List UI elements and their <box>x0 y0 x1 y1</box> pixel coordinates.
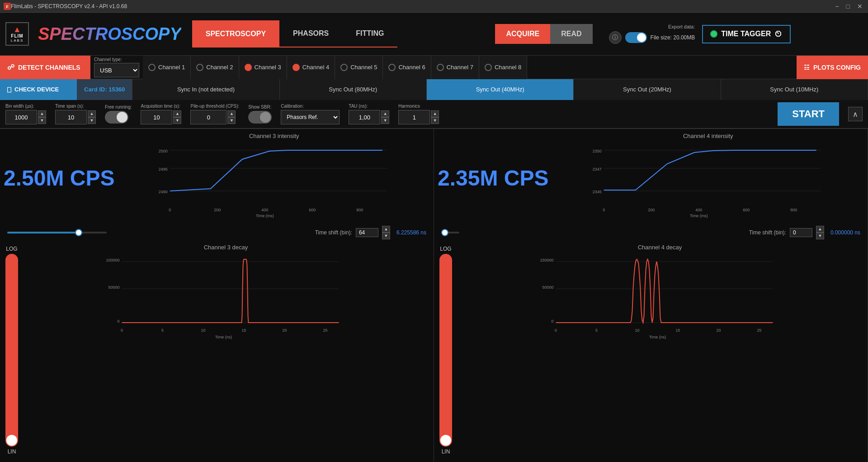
channel-7-button[interactable]: Channel 7 <box>431 56 479 79</box>
ch3-time-shift-input[interactable] <box>356 228 378 237</box>
channel-7-label: Channel 7 <box>447 64 473 71</box>
export-label: Export data: <box>668 24 695 29</box>
ch4-decay-y-0: 0 <box>551 319 553 324</box>
acquisition-time-input[interactable] <box>141 110 172 124</box>
channel-4-label: Channel 4 <box>302 64 329 71</box>
pile-up-down[interactable]: ▼ <box>227 117 236 124</box>
time-span-control: Time span (s): ▲ ▼ <box>55 104 96 124</box>
ch4-lin-label: LIN <box>442 448 450 455</box>
ch4-time-shift-input[interactable] <box>790 228 812 237</box>
channel-4-radio <box>292 64 300 71</box>
ch4-decay-chart: Channel 4 decay Photon counts 150000 500… <box>456 242 864 458</box>
ch4-decay-y-150k: 150000 <box>540 258 553 262</box>
ch3-decay-title: Channel 3 decay <box>22 244 430 251</box>
channel-7-radio <box>437 64 444 71</box>
channel-2-button[interactable]: Channel 2 <box>191 56 239 79</box>
ch3-y-tick-2495: 2495 <box>159 167 168 171</box>
bin-width-up[interactable]: ▲ <box>38 110 46 117</box>
sync-out-20-button[interactable]: Sync Out (20MHz) <box>574 79 721 100</box>
check-device-button[interactable]: ⎕ CHECK DEVICE <box>0 79 77 100</box>
channel-6-button[interactable]: Channel 6 <box>383 56 431 79</box>
ch3-log-toggle-button[interactable] <box>5 254 18 447</box>
detect-channels-button[interactable]: ☍ DETECT CHANNELS <box>0 56 90 79</box>
ch3-x-tick-400: 400 <box>262 208 269 212</box>
channel-4-button[interactable]: Channel 4 <box>287 56 335 79</box>
ch3-decay-x-label: Time (ns) <box>215 335 232 339</box>
ch3-ts-up[interactable]: ▲ <box>382 226 390 233</box>
ch3-ts-down[interactable]: ▼ <box>382 233 390 239</box>
minimize-button[interactable]: − <box>833 3 840 10</box>
ch4-slider-thumb[interactable] <box>441 229 448 236</box>
read-button[interactable]: READ <box>550 24 592 44</box>
titlebar-text: FlimLabs - SPECTROSCOPY v2.4 - API v1.0.… <box>11 3 127 10</box>
sync-out-40-button[interactable]: Sync Out (40MHz) <box>427 79 574 100</box>
maximize-button[interactable]: □ <box>844 3 852 10</box>
tau-up[interactable]: ▲ <box>381 110 389 117</box>
harmonics-spinners: ▲ ▼ <box>431 110 439 124</box>
pile-up-input[interactable] <box>190 110 226 124</box>
plots-config-button[interactable]: ☷ PLOTS CONFIG <box>797 56 868 79</box>
toggle-knob <box>637 33 646 42</box>
close-button[interactable]: ✕ <box>855 3 864 10</box>
tab-fitting[interactable]: FITTING <box>342 20 397 48</box>
ch3-cps-display: 2.50M CPS <box>4 133 114 223</box>
tau-input[interactable] <box>349 110 380 124</box>
channel-5-button[interactable]: Channel 5 <box>335 56 383 79</box>
header: ▲ FLIM LABS SPECTROSCOPY SPECTROSCOPY PH… <box>0 13 868 56</box>
ch3-decay-y-100k: 100000 <box>106 258 119 262</box>
start-button[interactable]: START <box>778 102 839 126</box>
ch3-decay-chart: Channel 3 decay Photon counts 100000 500… <box>22 242 430 458</box>
export-toggle[interactable] <box>625 32 647 43</box>
pile-up-control: Pile-up threshold (CPS): ▲ ▼ <box>190 104 239 124</box>
bin-width-input[interactable] <box>5 110 37 124</box>
ch3-decay-x-10: 10 <box>201 328 205 333</box>
harmonics-up[interactable]: ▲ <box>431 110 439 117</box>
time-span-down[interactable]: ▼ <box>88 117 96 124</box>
bin-width-down[interactable]: ▼ <box>38 117 46 124</box>
ch4-log-toggle-button[interactable] <box>439 254 452 447</box>
calibration-control: Calibration: Phasors Ref. <box>281 104 340 124</box>
pile-up-up[interactable]: ▲ <box>227 110 236 117</box>
calibration-select[interactable]: Phasors Ref. <box>281 110 340 124</box>
tab-spectroscopy[interactable]: SPECTROSCOPY <box>192 20 279 48</box>
free-running-toggle[interactable] <box>105 111 128 124</box>
channel-3-button[interactable]: Channel 3 <box>239 56 287 79</box>
ch3-intensity-title: Channel 3 intensity <box>118 133 430 139</box>
harmonics-down[interactable]: ▼ <box>431 117 439 124</box>
info-button[interactable]: ⓘ <box>609 31 622 44</box>
ch4-time-shift-row: Time shift (bin): ▲ ▼ 0.000000 ns <box>438 226 864 239</box>
show-sbr-control: Show SBR: <box>248 105 272 124</box>
acq-time-down[interactable]: ▼ <box>173 117 181 124</box>
ch4-intensity-section: 2.35M CPS Channel 4 intensity AVG. Photo… <box>438 133 864 223</box>
time-tagger-button[interactable]: TIME TAGGER ⏲ <box>702 25 791 43</box>
tau-label: TAU (ns): <box>349 104 389 109</box>
time-tagger-label: TIME TAGGER <box>721 30 771 38</box>
channel-6-label: Channel 6 <box>398 64 425 71</box>
ch3-slider-thumb[interactable] <box>75 229 82 236</box>
acquire-button[interactable]: ACQUIRE <box>495 24 550 44</box>
harmonics-input[interactable] <box>398 110 430 124</box>
collapse-button[interactable]: ∧ <box>848 107 863 121</box>
tab-phasors[interactable]: PHASORS <box>279 20 342 48</box>
sync-in-button[interactable]: Sync In (not detected) <box>132 79 279 100</box>
sync-out-10-button[interactable]: Sync Out (10MHz) <box>721 79 868 100</box>
ch4-y-tick-2347: 2347 <box>593 167 602 171</box>
calibration-label: Calibration: <box>281 104 340 109</box>
ch3-decay-line <box>122 259 339 323</box>
show-sbr-toggle[interactable] <box>248 111 272 124</box>
ch4-ts-up[interactable]: ▲ <box>816 226 824 233</box>
ch4-decay-title: Channel 4 decay <box>456 244 864 251</box>
ch4-x-tick-800: 800 <box>791 208 797 212</box>
channel-8-button[interactable]: Channel 8 <box>479 56 527 79</box>
channel-type-select[interactable]: USB <box>94 63 139 77</box>
acq-time-up[interactable]: ▲ <box>173 110 181 117</box>
channel-1-button[interactable]: Channel 1 <box>143 56 191 79</box>
sync-out-80-button[interactable]: Sync Out (80MHz) <box>280 79 427 100</box>
ch3-x-tick-0: 0 <box>169 208 171 212</box>
time-span-up[interactable]: ▲ <box>88 110 96 117</box>
tau-down[interactable]: ▼ <box>381 117 389 124</box>
ch4-cps-display: 2.35M CPS <box>438 133 548 223</box>
time-span-input[interactable] <box>55 110 87 124</box>
ch4-ts-down[interactable]: ▼ <box>816 233 824 239</box>
ch4-log-knob <box>440 435 451 446</box>
